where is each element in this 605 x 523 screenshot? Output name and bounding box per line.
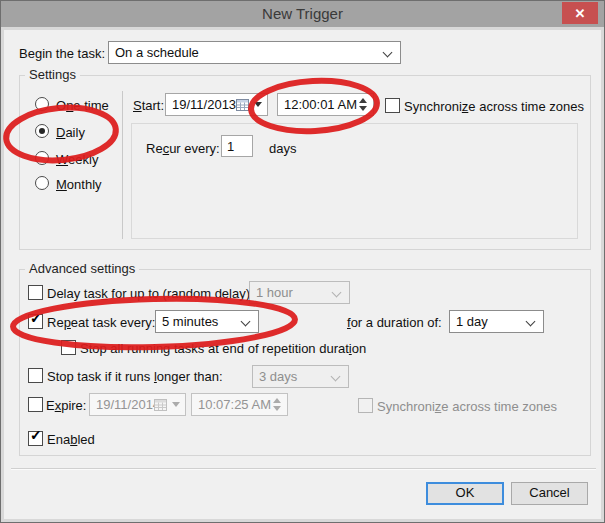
- radio-one-time-label: One time: [56, 98, 109, 113]
- delay-duration-value: 1 hour: [256, 285, 293, 300]
- radio-monthly[interactable]: [35, 176, 49, 190]
- delay-duration-select: 1 hour: [249, 281, 350, 304]
- start-date-picker[interactable]: 19/11/2013: [165, 93, 268, 116]
- date-dropdown-caret-icon: [172, 402, 180, 407]
- start-time-spinner[interactable]: 12:00:01 AM: [277, 93, 374, 116]
- expire-time-value: 10:07:25 AM: [198, 397, 271, 412]
- ok-button[interactable]: OK: [426, 482, 504, 505]
- stop-all-tasks-label: Stop all running tasks at end of repetit…: [80, 341, 366, 356]
- checkmark-icon: ✓: [30, 311, 42, 325]
- advanced-legend: Advanced settings: [25, 261, 139, 276]
- enabled-label: Enabled: [47, 432, 95, 447]
- expire-label: Expire:: [46, 398, 86, 413]
- titlebar: New Trigger: [1, 1, 604, 27]
- begin-task-value: On a schedule: [115, 45, 199, 60]
- duration-of-label: for a duration of:: [347, 315, 442, 330]
- delay-task-checkbox[interactable]: [28, 285, 43, 300]
- close-icon: ✕: [575, 6, 586, 21]
- expire-time-spinner: 10:07:25 AM: [191, 393, 288, 416]
- calendar-icon: [154, 398, 168, 411]
- settings-divider: [122, 91, 123, 239]
- enabled-checkbox[interactable]: ✓: [28, 431, 43, 446]
- sync-timezones-checkbox[interactable]: [385, 98, 400, 113]
- sync-timezones-label: Synchronize across time zones: [404, 99, 584, 114]
- chevron-down-icon: [333, 287, 341, 295]
- chevron-down-icon: [332, 371, 340, 379]
- stop-task-label: Stop task if it runs longer than:: [47, 369, 223, 384]
- chevron-down-icon: [384, 47, 392, 55]
- repeat-interval-select[interactable]: 5 minutes: [155, 310, 259, 333]
- stop-task-duration-select: 3 days: [252, 365, 349, 388]
- expire-checkbox[interactable]: [28, 397, 43, 412]
- radio-selected-dot: [39, 128, 45, 134]
- duration-value: 1 day: [456, 314, 488, 329]
- start-time-value: 12:00:01 AM: [284, 97, 357, 112]
- duration-select[interactable]: 1 day: [449, 310, 544, 333]
- expire-date-picker: 19/11/2014: [89, 393, 186, 416]
- recur-unit-label: days: [269, 141, 296, 156]
- expire-sync-timezones-checkbox: [358, 398, 373, 413]
- radio-daily[interactable]: [35, 124, 49, 138]
- new-trigger-dialog: New Trigger ✕ Begin the task: On a sched…: [0, 0, 605, 523]
- spinner-up-icon: [273, 398, 281, 403]
- begin-task-label: Begin the task:: [19, 46, 105, 61]
- dialog-title: New Trigger: [1, 1, 604, 27]
- calendar-icon: [236, 98, 250, 111]
- stop-task-checkbox[interactable]: [28, 368, 43, 383]
- cancel-button[interactable]: Cancel: [511, 482, 588, 505]
- radio-weekly-label: Weekly: [56, 152, 98, 167]
- radio-weekly[interactable]: [35, 151, 49, 165]
- repeat-task-label: Repeat task every:: [47, 315, 155, 330]
- recur-every-label: Recur every:: [146, 141, 220, 156]
- begin-task-select[interactable]: On a schedule: [108, 41, 401, 64]
- spinner-down-icon: [273, 406, 281, 411]
- repeat-task-checkbox[interactable]: ✓: [28, 314, 43, 329]
- close-button[interactable]: ✕: [562, 2, 598, 24]
- stop-task-duration-value: 3 days: [259, 369, 297, 384]
- settings-legend: Settings: [25, 67, 80, 82]
- chevron-down-icon: [242, 316, 250, 324]
- chevron-down-icon: [527, 316, 535, 324]
- start-date-value: 19/11/2013: [172, 97, 236, 112]
- repeat-interval-value: 5 minutes: [162, 314, 218, 329]
- start-label: Start:: [133, 98, 164, 113]
- expire-sync-timezones-label: Synchronize across time zones: [377, 399, 557, 414]
- checkmark-icon: ✓: [30, 428, 42, 442]
- date-dropdown-caret-icon[interactable]: [254, 102, 262, 107]
- radio-one-time[interactable]: [35, 97, 49, 111]
- delay-task-label: Delay task for up to (random delay):: [47, 286, 254, 301]
- radio-daily-label: Daily: [56, 125, 85, 140]
- spinner-up-icon[interactable]: [359, 98, 367, 103]
- radio-monthly-label: Monthly: [56, 177, 102, 192]
- expire-date-value: 19/11/2014: [96, 397, 160, 412]
- recur-every-input[interactable]: [221, 135, 253, 157]
- footer-divider: [11, 468, 596, 470]
- stop-all-tasks-checkbox[interactable]: [61, 340, 76, 355]
- spinner-down-icon[interactable]: [359, 106, 367, 111]
